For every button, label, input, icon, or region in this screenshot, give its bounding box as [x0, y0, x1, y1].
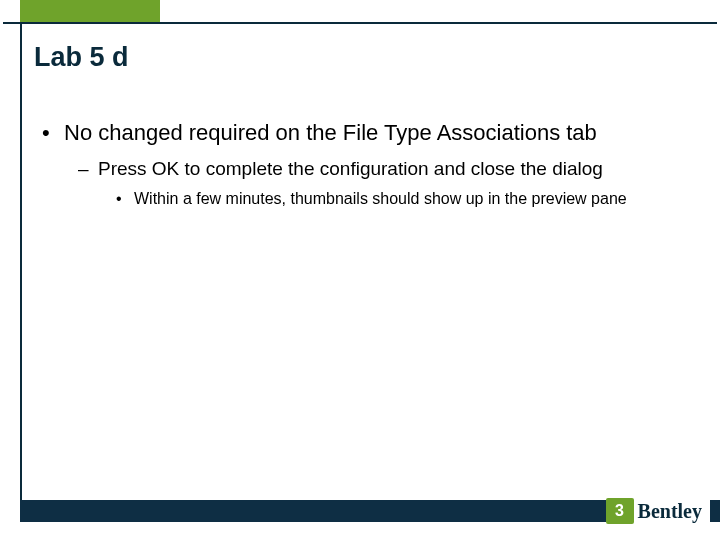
horizontal-rule — [3, 22, 717, 24]
top-accent-bar — [20, 0, 160, 22]
bullet-level-1: No changed required on the File Type Ass… — [38, 120, 690, 146]
vertical-rule — [20, 22, 22, 500]
slide-content: No changed required on the File Type Ass… — [38, 120, 690, 217]
bentley-logo-text: Bentley — [638, 500, 706, 523]
slide-title: Lab 5 d — [34, 42, 129, 73]
slide: Lab 5 d No changed required on the File … — [0, 0, 720, 540]
bullet-level-2: Press OK to complete the configuration a… — [78, 158, 690, 181]
bentley-logo-icon: 3 — [606, 498, 634, 524]
bentley-logo: 3 Bentley — [606, 496, 710, 526]
bullet-level-3: Within a few minutes, thumbnails should … — [116, 189, 690, 209]
